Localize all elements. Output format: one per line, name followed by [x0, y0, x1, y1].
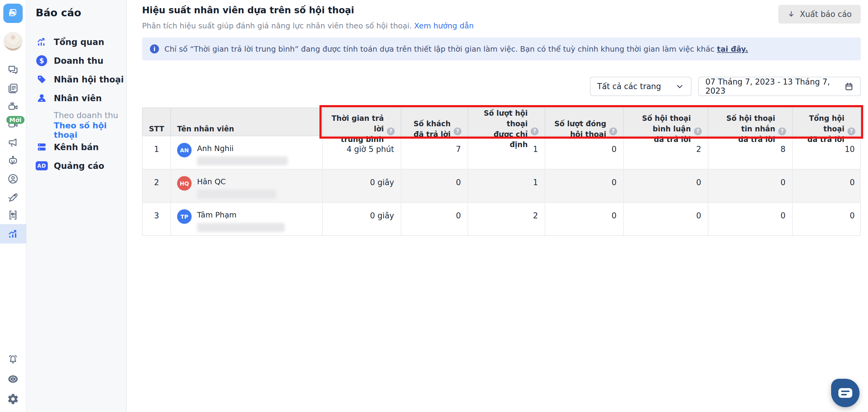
- chat-widget-launcher[interactable]: [831, 379, 860, 407]
- chatbot-icon[interactable]: [0, 152, 26, 170]
- employee-name: Anh Nghii: [197, 144, 291, 153]
- conversations-icon[interactable]: [0, 61, 26, 79]
- page-subtitle: Phân tích hiệu suất giúp đánh giá năng l…: [142, 22, 474, 30]
- rail-menu: Mới: [0, 61, 26, 244]
- sidebar-subitem-label: Theo số hội thoại: [54, 121, 126, 139]
- cell-avg-response-time: 4 giờ 5 phút: [322, 136, 401, 169]
- page-subtitle-text: Phân tích hiệu suất giúp đánh giá năng l…: [142, 22, 412, 30]
- revenue-dollar-icon: $: [36, 55, 48, 67]
- notifications-bell-icon[interactable]: [0, 349, 26, 369]
- posts-icon[interactable]: [0, 79, 26, 97]
- cell-closed: 0: [545, 169, 623, 202]
- chat-bubble-icon: [838, 388, 852, 398]
- new-badge: Mới: [6, 116, 25, 124]
- cell-messages-replied: 8: [708, 136, 792, 169]
- help-icon[interactable]: ?: [778, 127, 786, 135]
- overview-chart-icon: [36, 36, 48, 48]
- help-icon[interactable]: ?: [609, 127, 617, 135]
- sidebar-item-kenh-ban[interactable]: Kênh bán: [27, 138, 126, 156]
- filter-bar: Tất cả các trang 07 Tháng 7, 2023 - 13 T…: [142, 77, 861, 96]
- chevron-down-icon: [675, 82, 684, 91]
- employee-name: Tâm Phạm: [197, 211, 291, 219]
- page-filter-select[interactable]: Tất cả các trang: [590, 77, 691, 96]
- cell-assigned: 1: [468, 169, 545, 202]
- cell-total-replied: 0: [792, 203, 861, 235]
- help-icon[interactable]: ?: [454, 127, 462, 135]
- video-new-icon[interactable]: Mới: [0, 116, 26, 133]
- cell-avg-response-time: 0 giây: [322, 203, 401, 235]
- redacted-info: [197, 156, 288, 165]
- sidebar-item-label: Doanh thu: [54, 56, 103, 66]
- reports-icon[interactable]: [0, 224, 26, 244]
- sidebar-item-label: Nhãn hội thoại: [54, 74, 124, 85]
- report-table: STT Tên nhân viên Thời gian trả lời trun…: [142, 107, 861, 236]
- info-banner: i Chỉ số “Thời gian trả lời trung bình” …: [142, 37, 861, 60]
- marketing-icon[interactable]: [0, 133, 26, 152]
- cell-comments-replied: 0: [623, 203, 708, 235]
- page-header: Hiệu suất nhân viên dựa trên số hội thoạ…: [142, 5, 861, 30]
- help-icon[interactable]: ?: [847, 127, 855, 135]
- rail-bottom-menu: [0, 349, 26, 412]
- sidebar-subitem-label: Theo doanh thu: [54, 110, 118, 120]
- sidebar-item-doanh-thu[interactable]: $ Doanh thu: [27, 51, 126, 70]
- help-icon[interactable]: ?: [531, 127, 538, 135]
- app-root: Mới: [0, 0, 868, 412]
- sidebar-item-label: Tổng quan: [54, 37, 104, 47]
- redacted-info: [197, 223, 285, 232]
- app-logo-icon[interactable]: [3, 4, 23, 23]
- export-report-button[interactable]: Xuất báo cáo: [778, 5, 861, 24]
- employee-name: Hân QC: [197, 177, 291, 186]
- cell-employee: TP Tâm Phạm: [170, 203, 322, 235]
- info-icon: i: [150, 44, 159, 54]
- date-range-value: 07 Tháng 7, 2023 - 13 Tháng 7, 2023: [705, 77, 840, 95]
- sidebar-item-nhan-vien[interactable]: Nhân viên: [27, 89, 126, 107]
- rocket-icon[interactable]: [0, 188, 26, 206]
- billing-icon[interactable]: [0, 206, 26, 224]
- cell-comments-replied: 0: [623, 169, 708, 202]
- date-range-picker[interactable]: 07 Tháng 7, 2023 - 13 Tháng 7, 2023: [698, 77, 861, 96]
- sales-channel-icon: [36, 141, 48, 153]
- cell-closed: 0: [545, 203, 623, 235]
- info-banner-message: Chỉ số “Thời gian trả lời trung bình” đa…: [164, 45, 714, 54]
- download-arrow-icon: [787, 10, 795, 18]
- table-row: 1 AN Anh Nghii 4 giờ 5 phút 7 1 0 2 8 10: [142, 136, 861, 169]
- cell-employee: AN Anh Nghii: [170, 136, 322, 169]
- sidebar-subitem-theo-so-hoi-thoai[interactable]: Theo số hội thoại: [27, 123, 126, 138]
- cell-assigned: 2: [468, 203, 545, 235]
- cell-messages-replied: 0: [708, 169, 792, 202]
- cell-stt: 3: [143, 203, 170, 235]
- user-avatar[interactable]: [4, 32, 22, 51]
- sidebar-title: Báo cáo: [36, 7, 126, 19]
- help-icon[interactable]: ?: [387, 127, 395, 135]
- cell-avg-response-time: 0 giây: [322, 169, 401, 202]
- sidebar-item-nhan-hoi-thoai[interactable]: Nhãn hội thoại: [27, 70, 126, 89]
- guide-link[interactable]: Xem hướng dẫn: [414, 22, 473, 30]
- table-header-row: STT Tên nhân viên Thời gian trả lời trun…: [142, 107, 861, 136]
- redacted-info: [197, 190, 276, 199]
- table-row: 2 HQ Hân QC 0 giây 0 1 0 0 0 0: [142, 169, 861, 203]
- info-banner-text: Chỉ số “Thời gian trả lời trung bình” đa…: [164, 45, 748, 54]
- livestream-icon[interactable]: [0, 97, 26, 116]
- employee-avatar: HQ: [177, 176, 192, 191]
- table-row: 3 TP Tâm Phạm 0 giây 0 2 0 0 0 0: [142, 203, 861, 236]
- settings-gear-icon[interactable]: [0, 389, 26, 409]
- support-lifebuoy-icon[interactable]: [0, 369, 26, 389]
- sidebar-subitem-theo-doanh-thu[interactable]: Theo doanh thu: [27, 107, 126, 123]
- calendar-icon: [844, 82, 854, 91]
- sidebar-item-tong-quan[interactable]: Tổng quan: [27, 33, 126, 51]
- sidebar-item-label: Nhân viên: [54, 93, 102, 103]
- ads-icon: AD: [36, 160, 48, 172]
- cell-customers-replied: 0: [401, 203, 468, 235]
- employee-avatar: AN: [177, 143, 192, 157]
- contacts-icon[interactable]: [0, 170, 26, 188]
- cell-closed: 0: [545, 136, 623, 169]
- employee-avatar: TP: [177, 209, 192, 224]
- sidebar-item-label: Kênh bán: [54, 142, 99, 152]
- sidebar-item-label: Quảng cáo: [54, 161, 104, 171]
- cell-stt: 2: [143, 169, 170, 202]
- help-icon[interactable]: ?: [694, 127, 702, 135]
- cell-messages-replied: 0: [708, 203, 792, 235]
- info-banner-link[interactable]: tại đây.: [717, 45, 748, 54]
- report-sidebar: Báo cáo Tổng quan $ Doanh thu Nhãn hội t…: [27, 0, 127, 412]
- sidebar-item-quang-cao[interactable]: AD Quảng cáo: [27, 156, 126, 175]
